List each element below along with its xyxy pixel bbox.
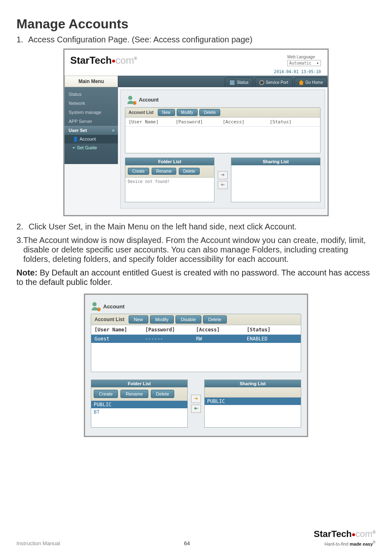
account-list-body[interactable] [91, 343, 301, 372]
footer-left: Instruction Manual [16, 540, 60, 546]
move-right-button[interactable]: ➔ [191, 395, 201, 403]
rename-button[interactable]: Rename [120, 390, 148, 398]
sidebar-item-system-manage[interactable]: System manage [65, 108, 118, 117]
sidebar-sub-account[interactable]: 👤 Account [65, 135, 118, 143]
folder-list-card: Folder List Create Rename Delete PUBLIC … [91, 379, 188, 428]
page-heading: Manage Accounts [16, 16, 376, 32]
gear-icon [259, 80, 264, 85]
step-3: 3. The Account window is now displayed. … [16, 236, 376, 264]
step-number: 2. [16, 222, 26, 231]
modify-button[interactable]: Modify [177, 109, 198, 116]
step-2: 2. Click User Set, in the Main Menu on t… [16, 222, 376, 231]
move-right-button[interactable]: ➔ [218, 171, 228, 179]
sharing-list-body[interactable] [231, 165, 320, 195]
step-1: 1. Access Configuration Page. (See: Acce… [16, 35, 376, 44]
panel-title: Account [103, 303, 125, 310]
sidebar-item-app-server[interactable]: APP Server [65, 117, 118, 126]
col-status: [Status] [247, 327, 298, 333]
move-left-button[interactable]: ➔ [218, 181, 228, 189]
sidebar-title: Main Menu [65, 76, 118, 87]
col-access: [Access] [196, 327, 247, 333]
note-body: By Default an account entitled Guest is … [16, 268, 370, 287]
step-text: Click User Set, in the Main Menu on the … [29, 222, 297, 231]
new-button[interactable]: New [129, 315, 148, 324]
account-list-card: Account List New Modify Disable Delete [… [91, 314, 301, 372]
create-button[interactable]: Create [94, 390, 118, 398]
screenshot-2: Account Account List New Modify Disable … [84, 294, 308, 437]
account-list-tab[interactable]: Account List [125, 109, 157, 116]
col-user: [User Name] [129, 119, 176, 125]
col-pass: [Password] [176, 119, 223, 125]
account-row-guest[interactable]: Guest ------ RW ENABLED [91, 335, 301, 343]
create-button[interactable]: Create [128, 168, 149, 175]
account-list-card: Account List New Modify Delete [User Nam… [125, 107, 321, 153]
cell-status: ENABLED [247, 336, 298, 342]
screenshot-1: StarTechcom® Web Language Automatic 2014… [63, 49, 329, 216]
new-button[interactable]: New [158, 109, 175, 116]
footer-logo: StarTechcom® Hard-to-find made easy® [314, 529, 376, 546]
tab-status[interactable]: Status [225, 77, 253, 87]
account-panel-icon [92, 302, 100, 310]
note: Note: By Default an account entitled Gue… [16, 268, 376, 287]
col-pass: [Password] [145, 327, 196, 333]
step-text: Access Configuration Page. (See: Access … [28, 35, 252, 44]
account-icon: 👤 [73, 137, 79, 141]
account-panel-icon [127, 96, 136, 104]
sharing-list-card: Sharing List PUBLIC [204, 379, 301, 428]
cell-access: RW [196, 336, 247, 342]
col-access: [Access] [223, 119, 270, 125]
step-number: 1. [16, 35, 26, 44]
folder-list-body[interactable] [125, 185, 214, 202]
timestamp: 2014-04-01 13:05:10 [65, 69, 327, 76]
move-left-button[interactable]: ➔ [191, 405, 201, 413]
footer-page-number: 64 [60, 540, 314, 546]
language-value[interactable]: Automatic [287, 60, 321, 66]
col-status: [Status] [270, 119, 317, 125]
folder-list-title: Folder List [125, 158, 214, 165]
sidebar-group-user-set[interactable]: User Set [65, 126, 118, 135]
language-selector[interactable]: Web Language Automatic [287, 55, 321, 66]
disable-button[interactable]: Disable [175, 315, 201, 324]
sharing-list-card: Sharing List [231, 157, 321, 202]
col-user: [User Name] [95, 327, 145, 333]
sidebar-item-network[interactable]: Network [65, 99, 118, 108]
tab-service-port[interactable]: Service Port [255, 77, 293, 87]
brand-logo: StarTechcom® [70, 55, 137, 66]
modify-button[interactable]: Modify [150, 315, 174, 324]
cell-pass: ------ [145, 336, 196, 342]
sharing-row-public[interactable]: PUBLIC [205, 398, 301, 405]
sharing-list-title: Sharing List [231, 158, 320, 165]
rename-button[interactable]: Rename [152, 168, 176, 175]
folder-delete-button[interactable]: Delete [179, 168, 200, 175]
panel-title: Account [139, 97, 159, 103]
home-icon [299, 80, 304, 85]
sidebar: Main Menu Status Network System manage A… [65, 76, 118, 164]
account-list-header: [User Name] [Password] [Access] [Status] [125, 118, 320, 127]
sharing-list-title: Sharing List [205, 380, 301, 387]
folder-list-message: Device not found! [125, 178, 214, 185]
folder-delete-button[interactable]: Delete [151, 390, 175, 398]
note-label: Note: [16, 268, 37, 277]
folder-row-public[interactable]: PUBLIC [91, 401, 187, 408]
top-tabs: Status Service Port Go Home [118, 76, 327, 87]
folder-list-card: Folder List Create Rename Delete Device … [125, 157, 214, 202]
sidebar-sub-set-guide[interactable]: •° Set Guide [65, 143, 118, 152]
language-label: Web Language [287, 55, 321, 59]
tab-go-home[interactable]: Go Home [294, 77, 327, 87]
folder-list-title: Folder List [91, 380, 187, 387]
folder-row-bt[interactable]: BT [91, 408, 187, 416]
delete-button[interactable]: Delete [199, 109, 220, 116]
step-number: 3. [16, 236, 23, 264]
sidebar-item-status[interactable]: Status [65, 90, 118, 99]
account-list-body[interactable] [125, 127, 320, 153]
account-list-tab[interactable]: Account List [91, 315, 128, 324]
account-list-header: [User Name] [Password] [Access] [Status] [91, 325, 301, 335]
page-footer: Instruction Manual 64 StarTechcom® Hard-… [16, 529, 376, 546]
monitor-icon [229, 80, 235, 86]
step-text: The Account window is now displayed. Fro… [23, 236, 376, 264]
delete-button[interactable]: Delete [203, 315, 227, 324]
cell-user: Guest [95, 336, 145, 342]
